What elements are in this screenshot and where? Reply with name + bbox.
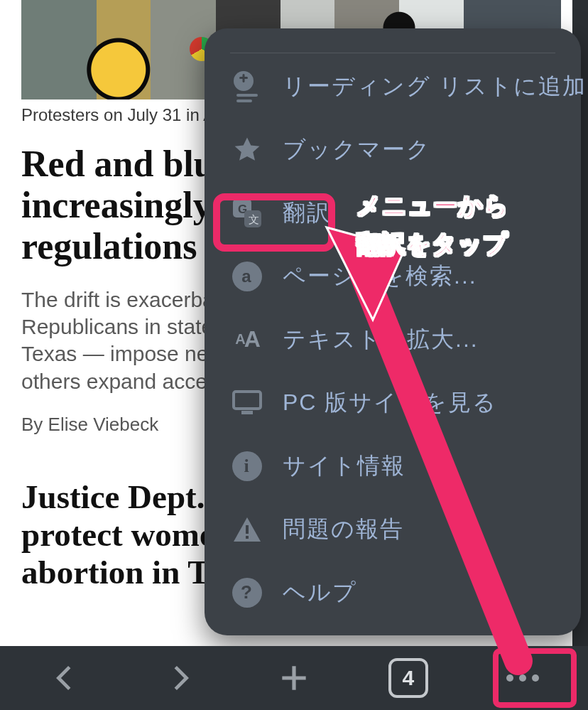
menu-label: リーディング リストに追加 (283, 71, 587, 102)
browser-overflow-menu: リーディング リストに追加 ブックマーク G 文 翻訳 a ページ内を検索...… (205, 28, 581, 635)
menu-item-translate[interactable]: G 文 翻訳 (205, 181, 581, 244)
browser-toolbar: 4 (0, 646, 588, 710)
new-tab-button[interactable] (268, 652, 320, 704)
svg-rect-10 (241, 411, 253, 414)
menu-label: サイト情報 (283, 451, 405, 482)
star-icon (230, 133, 264, 167)
menu-label: PC 版サイトを見る (283, 387, 497, 419)
forward-button[interactable] (154, 652, 205, 704)
find-icon: a (230, 259, 264, 294)
menu-label: 問題の報告 (283, 514, 404, 545)
menu-item-bookmark[interactable]: ブックマーク (205, 118, 581, 181)
svg-text:文: 文 (249, 213, 261, 225)
text-size-icon: AA (230, 323, 264, 357)
info-icon: i (230, 449, 264, 483)
reading-list-icon (230, 70, 264, 104)
translate-icon: G 文 (230, 196, 264, 230)
tabs-button[interactable]: 4 (383, 652, 434, 704)
menu-label: ブックマーク (283, 134, 431, 166)
more-icon (506, 674, 539, 682)
more-button[interactable] (497, 652, 548, 704)
svg-rect-3 (236, 94, 258, 97)
menu-item-site-info[interactable]: i サイト情報 (205, 434, 581, 497)
menu-item-reading-list[interactable]: リーディング リストに追加 (205, 55, 581, 118)
help-icon: ? (230, 576, 264, 610)
tab-count: 4 (388, 658, 428, 698)
warning-icon (230, 512, 264, 547)
menu-label: ヘルプ (283, 577, 357, 608)
svg-rect-4 (236, 99, 252, 102)
menu-item-report-issue[interactable]: 問題の報告 (205, 497, 581, 561)
menu-item-desktop-site[interactable]: PC 版サイトを見る (205, 371, 581, 434)
menu-label: ページ内を検索... (283, 261, 477, 292)
menu-item-zoom-text[interactable]: AA テキストを拡大... (205, 308, 581, 371)
menu-item-help[interactable]: ? ヘルプ (205, 561, 581, 624)
back-button[interactable] (40, 652, 91, 704)
menu-label: 翻訳 (283, 198, 331, 229)
desktop-icon (230, 386, 264, 420)
svg-rect-12 (246, 536, 249, 539)
svg-rect-2 (243, 74, 245, 82)
svg-rect-9 (234, 392, 261, 409)
svg-rect-11 (246, 525, 249, 534)
menu-item-find-in-page[interactable]: a ページ内を検索... (205, 244, 581, 308)
menu-label: テキストを拡大... (283, 324, 479, 355)
